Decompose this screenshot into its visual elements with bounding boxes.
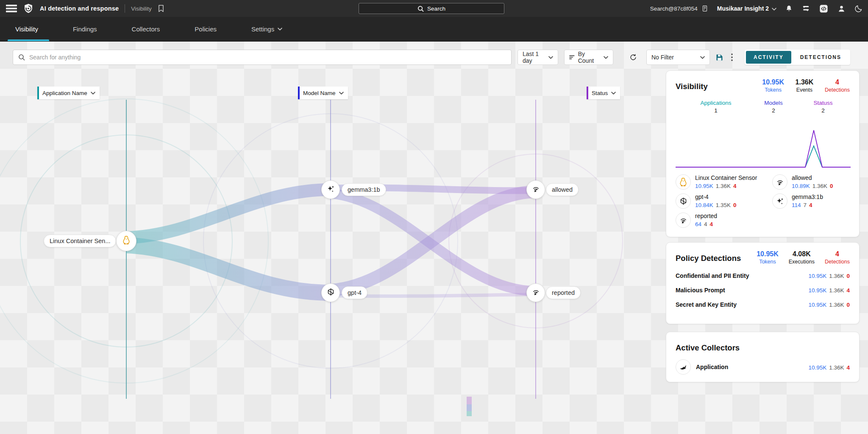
saved-filter-dropdown[interactable]: No Filter	[646, 50, 710, 65]
legend-item[interactable]: allowed 10.89K 1.36K 0	[772, 174, 850, 190]
server-icon	[701, 4, 709, 13]
nav-tab[interactable]: Policies	[195, 17, 220, 41]
legend-item[interactable]: reported 64 4 4	[676, 213, 772, 228]
time-range-dropdown[interactable]: Last 1 day	[517, 50, 558, 65]
active-collectors-card: Active Collectors Application 10.95K 1.3…	[666, 332, 860, 382]
legend-item[interactable]: gpt-4 10.84K 1.35K 0	[676, 193, 772, 209]
openai-icon	[326, 288, 335, 298]
falcon-icon	[676, 359, 691, 375]
node-allowed[interactable]	[526, 180, 545, 199]
save-icon	[715, 53, 724, 62]
policy-row[interactable]: Secret and Key Entity 10.95K 1.36K 0	[676, 301, 850, 308]
api-code-icon[interactable]	[819, 4, 829, 14]
sort-icon	[569, 55, 575, 60]
collector-row[interactable]: Application 10.95K 1.36K 4	[676, 359, 850, 375]
global-search-button[interactable]: Search	[359, 3, 504, 14]
tenant-selector[interactable]: Musikaar Insight 2	[717, 5, 776, 12]
bookmark-icon[interactable]	[158, 5, 164, 12]
node-label-gemma[interactable]: gemma3:1b	[342, 183, 386, 196]
breadcrumb: Visibility	[131, 6, 152, 12]
messages-icon[interactable]	[801, 4, 810, 13]
axis-status-dropdown[interactable]: Status	[587, 87, 620, 99]
policy-row[interactable]: Confidential and PII Entity 10.95K 1.36K…	[676, 272, 850, 279]
stat: 4.08K Executions	[789, 250, 815, 265]
filter-toolbar: Last 1 day By Count No Filter ACTIVITY D…	[13, 50, 850, 65]
stat: 4 Detections	[825, 250, 850, 265]
app-logo-shield-icon	[23, 3, 34, 14]
stat: 4 Detections	[825, 78, 850, 93]
chevron-down-icon	[604, 56, 608, 59]
nav-tab[interactable]: Collectors	[132, 17, 164, 41]
view-mode-button[interactable]: DETECTIONS	[793, 51, 849, 64]
global-search-label: Search	[427, 6, 445, 12]
search-icon	[417, 6, 424, 12]
notifications-bell-icon[interactable]	[785, 4, 793, 13]
legend-item[interactable]: gemma3:1b 114 7 4	[772, 193, 850, 209]
collector-rows: Application 10.95K 1.36K 4	[676, 359, 850, 375]
menu-icon[interactable]	[6, 5, 17, 12]
detection-signal-icon	[531, 288, 540, 298]
refresh-icon	[629, 53, 637, 62]
detection-signal-icon	[676, 213, 691, 228]
more-options-kebab-icon[interactable]	[728, 51, 736, 64]
legend-item[interactable]: Linux Container Sensor 10.95K 1.36K 4	[676, 174, 772, 190]
stat: 10.95K Tokens	[762, 78, 784, 93]
collectors-card-title: Active Collectors	[676, 340, 850, 353]
tux-icon	[676, 174, 691, 190]
search-anything-field[interactable]	[13, 50, 512, 65]
tenant-label: Musikaar Insight 2	[717, 5, 769, 12]
search-icon	[18, 54, 25, 61]
view-mode-toggle: ACTIVITY DETECTIONS	[745, 50, 850, 65]
topbar: AI detection and response Visibility Sea…	[0, 0, 868, 17]
nav-tab[interactable]: Visibility	[15, 17, 42, 41]
chevron-down-icon	[278, 28, 282, 31]
node-gpt-4[interactable]	[321, 283, 340, 302]
detection-signal-icon	[531, 185, 540, 195]
product-title: AI detection and response	[40, 5, 119, 12]
scope-selector[interactable]: Search@87c8f054	[650, 4, 709, 13]
sort-dropdown[interactable]: By Count	[564, 50, 613, 65]
search-input[interactable]	[29, 54, 506, 61]
tux-icon	[121, 235, 131, 247]
visibility-sparkline-chart	[676, 127, 851, 169]
chevron-down-icon	[548, 56, 553, 59]
refresh-button[interactable]	[626, 50, 640, 64]
detection-signal-icon	[772, 174, 787, 190]
main-nav-tabs: Visibility Findings Collectors Policies …	[0, 17, 868, 42]
chevron-down-icon	[339, 92, 344, 95]
visibility-card: Visibility 10.95K Tokens 1.36K Events	[666, 70, 860, 237]
nav-tab[interactable]: Settings	[251, 17, 282, 41]
visibility-column-label: Statuss 2	[813, 100, 832, 114]
node-gemma[interactable]	[321, 180, 340, 199]
node-label-allowed[interactable]: allowed	[546, 183, 579, 196]
chevron-down-icon	[772, 5, 776, 12]
stat: 10.95K Tokens	[757, 250, 779, 265]
save-filter-button[interactable]	[713, 51, 725, 64]
visibility-column-label: Applications 1	[701, 100, 732, 114]
node-linux-container-sensor[interactable]	[116, 231, 136, 251]
node-label-reported[interactable]: reported	[546, 286, 581, 299]
node-label-gpt-4[interactable]: gpt-4	[342, 286, 367, 299]
stat: 1.36K Events	[794, 78, 815, 93]
visibility-legend: Linux Container Sensor 10.95K 1.36K 4	[676, 174, 850, 228]
axis-application-name-dropdown[interactable]: Application Name	[37, 87, 100, 99]
policy-row[interactable]: Malicious Prompt 10.95K 1.36K 4	[676, 286, 850, 294]
dark-mode-moon-icon[interactable]	[854, 4, 863, 13]
visibility-column-label: Models 2	[764, 100, 783, 114]
visibility-stats: 10.95K Tokens 1.36K Events 4 Detections	[762, 78, 850, 93]
user-account-icon[interactable]	[837, 4, 846, 13]
axis-model-name-dropdown[interactable]: Model Name	[298, 87, 348, 99]
chevron-down-icon	[91, 92, 95, 95]
view-mode-button[interactable]: ACTIVITY	[746, 51, 791, 64]
app-root: AI detection and response Visibility Sea…	[0, 0, 868, 434]
visibility-card-title: Visibility	[676, 78, 708, 91]
node-reported[interactable]	[526, 283, 545, 302]
scope-label: Search@87c8f054	[650, 6, 698, 12]
policy-stats: 10.95K Tokens 4.08K Executions 4 Detecti…	[757, 250, 850, 265]
nav-tab[interactable]: Findings	[73, 17, 100, 41]
policy-card-title: Policy Detections	[676, 250, 741, 263]
visibility-columns: Applications 1 Models 2 Statuss 2	[676, 100, 850, 126]
sparkle-icon	[326, 185, 335, 195]
openai-icon	[676, 193, 691, 209]
node-label-linux-container-sensor[interactable]: Linux Container Sen...	[44, 235, 116, 247]
